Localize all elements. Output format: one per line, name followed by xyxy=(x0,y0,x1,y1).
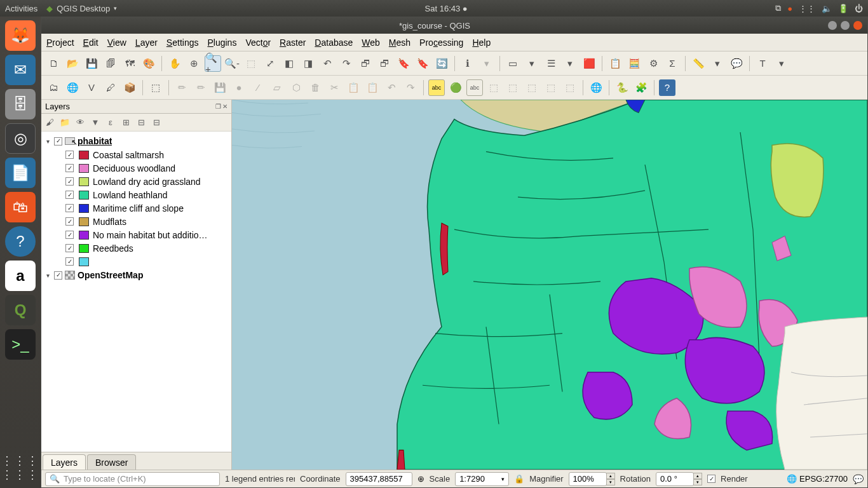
diagram-button[interactable]: 🟢 xyxy=(447,79,464,96)
label-button[interactable]: abc xyxy=(428,79,445,96)
annotation-dropdown[interactable]: ▾ xyxy=(773,55,790,72)
identify-button[interactable]: ℹ xyxy=(459,55,476,72)
vertex-tool-button[interactable]: ⬡ xyxy=(288,79,304,96)
launcher-ubuntu-software[interactable]: 🛍 xyxy=(5,192,36,222)
layer-phabitat[interactable]: ▾ phabitat ↖ xyxy=(41,134,231,148)
refresh-button[interactable]: 🔄 xyxy=(433,55,450,72)
tab-layers[interactable]: Layers xyxy=(43,454,86,470)
crs-button[interactable]: 🌐 EPSG:27700 xyxy=(787,474,848,484)
add-polygon-button[interactable]: ▱ xyxy=(269,79,285,96)
magnifier-input[interactable]: 100% ▴▾ xyxy=(569,472,615,486)
new-spatialite-button[interactable]: 🖊 xyxy=(102,79,119,96)
legend-item[interactable]: Deciduous woodland xyxy=(41,161,231,175)
layer-visibility-checkbox[interactable] xyxy=(54,271,62,280)
deselect-button[interactable]: 🟥 xyxy=(581,55,597,72)
remove-layer-button[interactable]: ⊟ xyxy=(151,117,162,128)
launcher-qgis[interactable]: Q xyxy=(5,295,36,325)
menu-help[interactable]: Help xyxy=(472,37,491,48)
launcher-help[interactable]: ? xyxy=(5,226,36,257)
launcher-firefox[interactable]: 🦊 xyxy=(5,20,36,51)
expand-icon[interactable]: ▾ xyxy=(44,272,51,279)
menu-plugins[interactable]: Plugins xyxy=(207,37,236,48)
measure-button[interactable]: 📏 xyxy=(690,55,707,72)
legend-item[interactable]: Reedbeds xyxy=(41,241,231,255)
new-memory-button[interactable]: 📦 xyxy=(121,79,138,96)
new-print-layout-button[interactable]: 🗺 xyxy=(121,55,138,72)
new-bookmark-button[interactable]: 🔖 xyxy=(395,55,412,72)
redo-button[interactable]: ↷ xyxy=(402,79,419,96)
undo-button[interactable]: ↶ xyxy=(383,79,400,96)
dropbox-icon[interactable]: ⧉ xyxy=(775,3,781,13)
launcher-thunderbird[interactable]: ✉ xyxy=(5,55,36,85)
menu-settings[interactable]: Settings xyxy=(166,37,199,48)
new-map-view-button[interactable]: 🗗 xyxy=(357,55,374,72)
select-by-value-dropdown[interactable]: ▾ xyxy=(562,55,578,72)
legend-checkbox[interactable] xyxy=(65,191,74,199)
annotation-button[interactable]: T xyxy=(754,55,771,72)
pan-to-selection-button[interactable]: ⊕ xyxy=(186,55,202,72)
filter-by-expression-button[interactable]: ε xyxy=(105,117,116,128)
toggle-extents-button[interactable]: ⊕ xyxy=(417,474,424,484)
layer-style-button[interactable]: 🖌 xyxy=(44,117,55,128)
launcher-libreoffice-writer[interactable]: 📄 xyxy=(5,158,36,188)
launcher-show-apps[interactable]: ⋮⋮⋮⋮⋮⋮ xyxy=(1,454,39,482)
filter-legend-button[interactable]: ▼ xyxy=(90,117,101,128)
legend-item[interactable]: Lowland dry acid grassland xyxy=(41,175,231,188)
copy-button[interactable]: 📋 xyxy=(345,79,362,96)
edit-save-button[interactable]: 💾 xyxy=(212,79,228,96)
measure-dropdown[interactable]: ▾ xyxy=(709,55,726,72)
toggle-editing-button[interactable]: ✏ xyxy=(173,79,190,96)
legend-checkbox[interactable] xyxy=(65,244,74,252)
actions-button[interactable]: ▾ xyxy=(478,55,495,72)
new-project-button[interactable]: 🗋 xyxy=(45,55,62,72)
battery-icon[interactable]: 🔋 xyxy=(838,4,848,13)
lock-scale-button[interactable]: 🔒 xyxy=(514,474,524,484)
pan-button[interactable]: ✋ xyxy=(166,55,183,72)
select-button[interactable]: ▭ xyxy=(505,55,521,72)
label-move-button[interactable]: ⬚ xyxy=(485,79,502,96)
window-close-button[interactable] xyxy=(853,21,862,30)
app-menu-button[interactable]: ◆ QGIS Desktop ▾ xyxy=(46,4,117,13)
menu-raster[interactable]: Raster xyxy=(280,37,306,48)
rotation-input[interactable]: 0.0 ° ▴▾ xyxy=(656,472,702,486)
launcher-amazon[interactable]: a xyxy=(5,261,36,291)
label-change-button[interactable]: ⬚ xyxy=(562,79,578,96)
delete-button[interactable]: 🗑 xyxy=(307,79,323,96)
legend-checkbox[interactable] xyxy=(65,257,74,266)
label-pin-button[interactable]: ⬚ xyxy=(524,79,540,96)
launcher-rhythmbox[interactable]: ◎ xyxy=(5,123,36,154)
layer-tree[interactable]: ▾ phabitat ↖ Coastal saltmarsh Deciduous… xyxy=(41,132,231,452)
volume-icon[interactable]: 🔈 xyxy=(822,4,832,13)
cut-button[interactable]: ✂ xyxy=(326,79,342,96)
power-icon[interactable]: ⏻ xyxy=(855,4,863,13)
layers-panel-titlebar[interactable]: Layers ❐ ✕ xyxy=(41,100,231,114)
zoom-in-button[interactable]: 🔍+ xyxy=(205,55,221,72)
metasearch-button[interactable]: 🌐 xyxy=(588,79,604,96)
legend-checkbox[interactable] xyxy=(65,204,74,212)
spin-down-button[interactable]: ▾ xyxy=(693,479,702,485)
plugin-manager-button[interactable]: 🧩 xyxy=(633,79,649,96)
bookmarks-button[interactable]: 🔖 xyxy=(414,55,431,72)
map-tips-button[interactable]: 💬 xyxy=(728,55,745,72)
zoom-last-button[interactable]: ↶ xyxy=(319,55,336,72)
activities-button[interactable]: Activities xyxy=(5,4,37,13)
data-source-manager-button[interactable]: 🗂 xyxy=(45,79,62,96)
launcher-terminal[interactable]: >_ xyxy=(5,329,36,360)
expand-all-button[interactable]: ⊞ xyxy=(120,117,132,128)
spin-down-button[interactable]: ▾ xyxy=(606,479,615,485)
virtual-layer-button[interactable]: ⬚ xyxy=(147,79,164,96)
paste-button[interactable]: 📋 xyxy=(364,79,381,96)
help-contents-button[interactable]: ? xyxy=(659,79,675,96)
menu-view[interactable]: View xyxy=(107,37,126,48)
zoom-full-button[interactable]: ⤢ xyxy=(262,55,278,72)
legend-checkbox[interactable] xyxy=(65,164,74,172)
menu-mesh[interactable]: Mesh xyxy=(389,37,410,48)
save-as-button[interactable]: 🗐 xyxy=(102,55,119,72)
collapse-all-button[interactable]: ⊟ xyxy=(135,117,147,128)
legend-checkbox[interactable] xyxy=(65,151,74,159)
panel-close-button[interactable]: ✕ xyxy=(222,103,227,110)
legend-item[interactable]: No main habitat but additio… xyxy=(41,228,231,241)
menu-layer[interactable]: Layer xyxy=(135,37,158,48)
render-checkbox[interactable] xyxy=(707,475,715,483)
open-project-button[interactable]: 📂 xyxy=(64,55,81,72)
